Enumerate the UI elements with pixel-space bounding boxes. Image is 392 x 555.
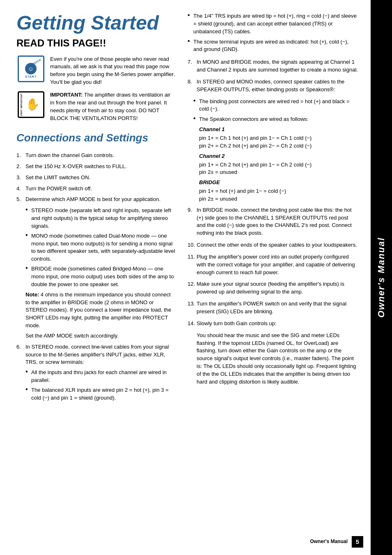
bridge-block: BRIDGE pin 1+ = hot (+) and pin 1− = col… [199, 179, 359, 203]
vi-label: VERY IMPORTANT [20, 93, 23, 116]
list-item: 4. Turn the POWER switch off. [16, 185, 175, 193]
read-this-title: READ THIS PAGE!! [16, 36, 175, 51]
bullet-item: • The Speakon connectors are wired as fo… [194, 116, 359, 123]
channel2-label: Channel 2 [199, 153, 359, 160]
channel1-block: Channel 1 pin 1+ = Ch 1 hot (+) and pin … [199, 126, 359, 150]
page-number: 5 [356, 537, 359, 546]
bullet-item: • The 1/4" TRS inputs are wired tip = ho… [188, 12, 359, 36]
xlr-wiring-text: The balanced XLR inputs are wired pin 2 … [31, 386, 175, 402]
very-important-block: VERY IMPORTANT ✋ IMPORTANT: The amplifie… [16, 91, 175, 122]
list-number: 10. [188, 241, 197, 249]
item-6-block: 6. In STEREO mode, connect line-level ca… [16, 343, 175, 367]
item-12-block: 12. Make sure your signal source (feedin… [188, 280, 359, 296]
item-14-detail-text: You should hear the music and see the SI… [197, 332, 359, 386]
bullet-dot: • [25, 386, 31, 393]
item-8-block: 8. In STEREO and MONO modes, connect spe… [188, 78, 359, 94]
amp-mode-mono: MONO mode (sometimes called Dual-Mono mo… [31, 232, 175, 263]
very-important-icon-block: VERY IMPORTANT ✋ [16, 91, 45, 118]
item-11-text: Plug the amplifier's power cord into an … [197, 253, 359, 277]
list-content: Determine which AMP MODE is best for you… [25, 196, 175, 204]
bullet-dot: • [25, 206, 31, 213]
item-6-text: In STEREO mode, connect line-level cable… [25, 343, 175, 367]
trs-wiring-text: The 1/4" TRS inputs are wired tip = hot … [194, 12, 359, 36]
list-item: 1. Turn down the channel Gain controls. [16, 152, 175, 160]
list-number: 11. [188, 253, 197, 261]
bullet-dot: • [194, 97, 199, 104]
bullet-item: • MONO mode (sometimes called Dual-Mono … [25, 232, 175, 263]
amp-mode-switch: Set the AMP MODE switch accordingly. [25, 332, 175, 340]
bullet-item: • The balanced XLR inputs are wired pin … [25, 386, 175, 402]
bullet-dot: • [25, 368, 31, 375]
bullet-item: • BRIDGE mode (sometimes called Bridged-… [25, 265, 175, 289]
channel2-line2: pin 2± = unused [199, 169, 359, 176]
footer-text: Owner's Manual [310, 538, 348, 545]
list-number: 6. [16, 343, 25, 351]
item-7-block: 7. In MONO and BRIDGE modes, the signals… [188, 58, 359, 74]
amp-modes-section: • STEREO mode (separate left and right i… [25, 207, 175, 288]
amp-mode-bridge: BRIDGE mode (sometimes called Bridged-Mo… [31, 265, 175, 289]
bullet-item: • The binding post connectors are wired … [194, 98, 359, 113]
item-12-text: Make sure your signal source (feeding th… [197, 280, 359, 296]
note-block: Note: 4 ohms is the minimum impedance yo… [25, 291, 175, 340]
list-number: 8. [188, 78, 197, 86]
start-label: START [25, 75, 37, 79]
list-number: 14. [188, 320, 197, 328]
list-number: 9. [188, 206, 197, 214]
list-number: 2. [16, 163, 25, 171]
item-9-text: In BRIDGE mode, connect the binding post… [197, 206, 359, 237]
channel1-line1: pin 1+ = Ch 1 hot (+) and pin 1− = Ch 1 … [199, 134, 359, 142]
list-item: 5. Determine which AMP MODE is best for … [16, 196, 175, 204]
page-title: Getting Started [16, 12, 175, 34]
hand-icon: ✋ [25, 96, 40, 113]
note-text: Note: 4 ohms is the minimum impedance yo… [25, 291, 175, 330]
quick-start-block: QUICK ☺ START Even if you're one of thos… [16, 56, 175, 86]
item-10-text: Connect the other ends of the speaker ca… [197, 241, 357, 249]
page-number-box: 5 [352, 536, 363, 548]
bullet-dot: • [25, 265, 31, 271]
bridge-line2: pin 2± = unused [199, 195, 359, 203]
note-bold: Note: [25, 291, 39, 298]
channel1-line2: pin 2+ = Ch 2 hot (+) and pin 2− = Ch 2 … [199, 142, 359, 150]
main-content: Getting Started READ THIS PAGE!! QUICK ☺… [0, 0, 371, 555]
bullet-dot: • [188, 38, 194, 44]
list-content: Turn the POWER switch off. [25, 185, 175, 193]
page-footer: Owner's Manual 5 [310, 536, 363, 548]
amp-mode-stereo: STEREO mode (separate left and right inp… [31, 207, 175, 230]
bullet-item: • The screw terminal inputs are wired as… [188, 38, 359, 54]
bullet-dot: • [188, 12, 194, 18]
parallel-inputs-text: All the inputs and thru jacks for each c… [31, 369, 175, 384]
list-number: 5. [16, 196, 25, 204]
channel2-block: Channel 2 pin 1+ = Ch 2 hot (+) and pin … [199, 153, 359, 177]
intro-text: Even if you're one of those people who n… [50, 56, 175, 86]
list-content: Turn down the channel Gain controls. [25, 152, 175, 160]
item-14-detail: You should hear the music and see the SI… [197, 332, 359, 386]
bullet-dot: • [194, 115, 199, 122]
connections-list: 1. Turn down the channel Gain controls. … [16, 152, 175, 204]
important-text: IMPORTANT: The amplifier draws its venti… [50, 91, 175, 122]
item-11-block: 11. Plug the amplifier's power cord into… [188, 253, 359, 277]
item6-bullets: • All the inputs and thru jacks for each… [25, 369, 175, 402]
quick-start-icon: QUICK ☺ START [18, 56, 44, 82]
speakon-bullets-block: • The binding post connectors are wired … [194, 98, 359, 203]
quick-label: QUICK [32, 58, 43, 66]
list-number: 1. [16, 152, 25, 160]
list-number: 7. [188, 58, 197, 66]
speakon-intro-text: The Speakon connectors are wired as foll… [199, 116, 309, 123]
bridge-label: BRIDGE [199, 179, 359, 187]
item-9-block: 9. In BRIDGE mode, connect the binding p… [188, 206, 359, 237]
list-item: 2. Set the 150 Hz X-OVER switches to FUL… [16, 163, 175, 171]
bridge-line1: pin 1+ = hot (+) and pin 1− = cold (−) [199, 187, 359, 195]
list-item: 3. Set the LIMIT switches ON. [16, 174, 175, 182]
list-content: Set the 150 Hz X-OVER switches to FULL. [25, 163, 175, 171]
quick-start-icon-block: QUICK ☺ START [16, 56, 45, 82]
item-13-text: Turn the amplifier's POWER switch on and… [197, 300, 359, 316]
right-top-bullets: • The 1/4" TRS inputs are wired tip = ho… [188, 12, 359, 53]
item-13-block: 13. Turn the amplifier's POWER switch on… [188, 300, 359, 316]
item-7-text: In MONO and BRIDGE modes, the signals ap… [197, 58, 359, 74]
list-content: Set the LIMIT switches ON. [25, 174, 175, 182]
list-number: 13. [188, 300, 197, 308]
item-14-text: Slowly turn both Gain controls up: [197, 320, 277, 328]
list-number: 3. [16, 174, 25, 182]
binding-post-text: The binding post connectors are wired re… [199, 98, 359, 113]
important-bold: IMPORTANT: [50, 92, 83, 98]
